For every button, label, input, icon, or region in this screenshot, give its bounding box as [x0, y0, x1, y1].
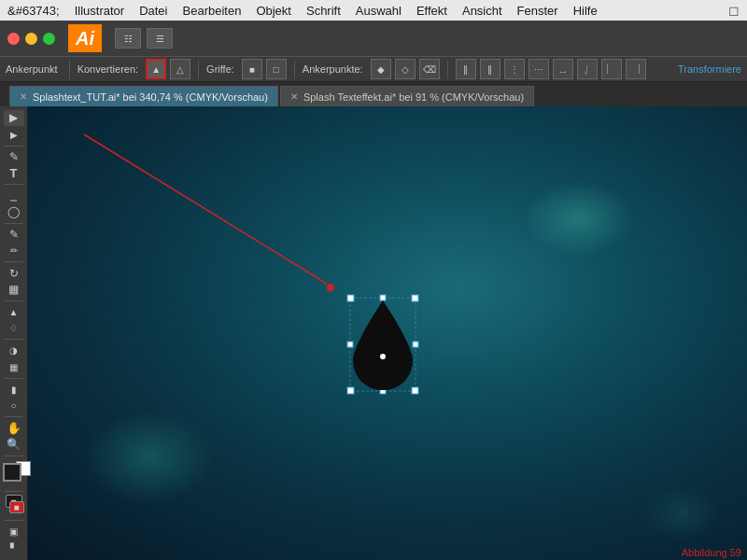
sep4 [447, 60, 448, 78]
svg-line-0 [84, 134, 327, 284]
svg-rect-9 [413, 342, 418, 347]
ankerpunkt-label: Ankerpunkt [6, 63, 58, 75]
align-btn-4[interactable]: ⋯ [529, 59, 549, 79]
tab-1-label: Splashtext_TUT.ai* bei 340,74 % (CMYK/Vo… [33, 91, 268, 103]
tool-rotate[interactable]: ↻ [4, 265, 24, 281]
tab-1[interactable]: ✕ Splashtext_TUT.ai* bei 340,74 % (CMYK/… [9, 86, 278, 106]
foreground-color[interactable] [3, 463, 21, 482]
ankerpunkte-btn-1[interactable]: ◆ [371, 59, 391, 79]
svg-rect-4 [347, 387, 354, 394]
menu-ansicht[interactable]: Ansicht [462, 4, 502, 18]
waterdrop-shape[interactable] [345, 293, 420, 396]
tool-symbol-sprayer[interactable]: ◑ [4, 343, 24, 358]
profile-icon-btn[interactable]: ☷ [115, 28, 141, 49]
sep3 [294, 60, 295, 78]
svg-rect-6 [380, 295, 386, 301]
title-icons: ☷ ☰ [115, 28, 173, 49]
maximize-button[interactable] [43, 33, 55, 45]
left-toolbar: ▶ ▶ ✎ T ⎯ ◯ ✎ ✏ ↻ ▦ ▲ ♢ ◑ ▦ ▮ ○ ✋ 🔍 ■ ■ [0, 106, 28, 560]
tool-line[interactable]: ⎯ [4, 188, 24, 203]
color-area [1, 461, 27, 487]
title-bar: Ai ☷ ☰ [0, 21, 747, 56]
align-btn-7[interactable]: ⎸ [601, 59, 622, 79]
tool-hand[interactable]: ✋ [4, 420, 24, 436]
menu-effekt[interactable]: Effekt [416, 4, 447, 18]
align-btn-5[interactable]: ⎵ [553, 59, 573, 79]
tool-artboard[interactable]: ▮ [4, 382, 24, 398]
konvertieren-btn-2[interactable]: △ [170, 59, 190, 79]
ai-logo: Ai [68, 24, 102, 52]
tool-ellipse[interactable]: ◯ [4, 204, 24, 220]
ankerpunkt-toolbar: Ankerpunkt Konvertieren: ▲ △ Griffe: ■ □… [0, 56, 747, 82]
ankerpunkte-btn-3[interactable]: ⌫ [419, 59, 440, 79]
griffe-btn-1[interactable]: ■ [242, 59, 262, 79]
tab-2-label: Splash Texteffekt.ai* bei 91 % (CMYK/Vor… [303, 91, 524, 103]
tool-warp[interactable]: ▲ [4, 304, 24, 320]
ankerpunkte-btn-2[interactable]: ◇ [395, 59, 416, 79]
tool-pen[interactable]: ✎ [4, 149, 24, 165]
glow-teal-2 [84, 411, 215, 504]
menu-illustrator[interactable]: Illustrator [75, 4, 124, 18]
align-btn-1[interactable]: ‖ [456, 59, 476, 79]
griffe-btn-2[interactable]: □ [266, 59, 287, 79]
svg-rect-3 [412, 295, 418, 301]
sep1 [69, 60, 70, 78]
menu-auswahl[interactable]: Auswahl [356, 4, 402, 18]
tool-graph[interactable]: ▦ [4, 359, 24, 375]
menu-bearbeiten[interactable]: Bearbeiten [183, 4, 242, 18]
transformiere-label[interactable]: Transformiere [678, 63, 741, 75]
tool-free-transform[interactable]: ♢ [4, 320, 24, 336]
svg-rect-8 [347, 342, 353, 347]
tool-select[interactable]: ▶ [4, 110, 24, 126]
tabs-bar: ✕ Splashtext_TUT.ai* bei 340,74 % (CMYK/… [0, 82, 747, 106]
glow-teal-3 [644, 485, 719, 541]
close-button[interactable] [7, 33, 20, 45]
menu-datei[interactable]: Datei [139, 4, 167, 18]
tool-paintbrush[interactable]: ✎ [4, 227, 24, 243]
konvertieren-label: Konvertieren: [78, 63, 138, 75]
tool-type[interactable]: T [4, 165, 24, 181]
tool-zoom[interactable]: 🔍 [4, 437, 24, 453]
align-btn-3[interactable]: ⋮ [504, 59, 525, 79]
align-btn-6[interactable]: ⎷ [577, 59, 598, 79]
screen-mode-btn[interactable]: ▣ [4, 524, 24, 539]
griffe-label: Griffe: [206, 63, 234, 75]
view-toggle-btn[interactable]: ☰ [147, 28, 173, 49]
svg-rect-5 [412, 387, 418, 394]
svg-rect-2 [347, 295, 354, 301]
tool-slice[interactable]: ○ [4, 398, 24, 413]
tab-2-close[interactable]: ✕ [290, 91, 298, 102]
minimize-button[interactable] [25, 33, 37, 45]
tab-2[interactable]: ✕ Splash Texteffekt.ai* bei 91 % (CMYK/V… [280, 86, 534, 106]
ankerpunkte-label: Ankerpunkte: [303, 63, 363, 75]
apple-menu[interactable]: &#63743; [7, 4, 60, 18]
glow-teal-1 [523, 181, 635, 256]
canvas-area[interactable]: Abbildung 59 [28, 106, 747, 560]
tool-scale[interactable]: ▦ [4, 282, 24, 298]
menu-objekt[interactable]: Objekt [256, 4, 291, 18]
align-btn-2[interactable]: ‖ [480, 59, 500, 79]
konvertieren-btn-1[interactable]: ▲ [146, 59, 166, 79]
menu-schrift[interactable]: Schrift [306, 4, 341, 18]
red-anchor-point [327, 284, 334, 291]
draw-mode-btn[interactable]: ▘ [4, 540, 24, 556]
tab-1-close[interactable]: ✕ [20, 91, 27, 102]
menu-bar: &#63743; Illustrator Datei Bearbeiten Ob… [0, 0, 747, 21]
traffic-lights [7, 33, 55, 45]
status-text: Abbildung 59 [682, 547, 741, 558]
svg-point-10 [380, 354, 386, 359]
bottom-status: Abbildung 59 [676, 545, 747, 560]
main-area: ▶ ▶ ✎ T ⎯ ◯ ✎ ✏ ↻ ▦ ▲ ♢ ◑ ▦ ▮ ○ ✋ 🔍 ■ ■ [0, 106, 747, 560]
toggle-mode-2[interactable]: ■ [9, 501, 24, 513]
align-btn-8[interactable]: ⎹ [626, 59, 646, 79]
menu-fenster[interactable]: Fenster [517, 4, 558, 18]
sep2 [198, 60, 199, 78]
menu-hilfe[interactable]: Hilfe [573, 4, 598, 18]
tool-pencil[interactable]: ✏ [4, 243, 24, 259]
dropbox-icon: ◻ [728, 3, 740, 18]
tool-direct-select[interactable]: ▶ [4, 127, 24, 143]
